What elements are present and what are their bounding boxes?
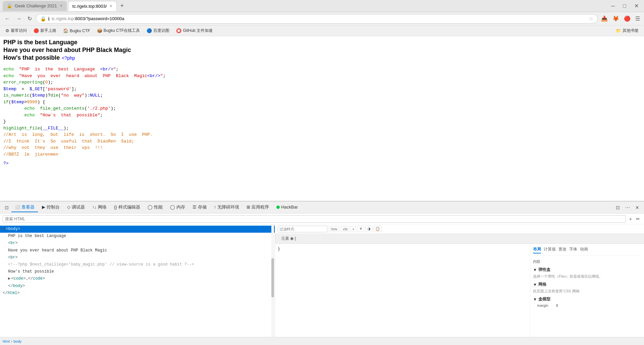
devtools-tab-performance[interactable]: ◯ 性能 [144, 203, 166, 212]
code-end-tag: code [33, 276, 43, 282]
devtools-main-split: ▼ < body > PHP is the best Language < [0, 224, 644, 337]
tab1-close[interactable]: ✕ [60, 4, 63, 8]
filter-screenshot-button[interactable]: 📋 [374, 226, 382, 232]
browser-window: 🔒 Geek Challenge 2021 ✕ tc.rigelx.top:80… [0, 0, 644, 345]
devtools-search-bar: + ✏ [0, 214, 644, 224]
devtools-tab-console[interactable]: ▶ 控制台 [39, 203, 63, 212]
devtools-tab-storage[interactable]: ☰ 存储 [189, 203, 210, 212]
semi-2: ; [163, 73, 166, 79]
bookmark-bugku-tools[interactable]: 📦 Bugku CTF在线工具 [94, 27, 143, 35]
devtools-more-button[interactable]: ⋯ [623, 204, 632, 212]
tab2-close[interactable]: ✕ [109, 4, 112, 8]
info-icon: ℹ [48, 16, 50, 21]
menu-button[interactable]: ☰ [634, 14, 641, 23]
filter-color-button[interactable]: ☀ [358, 226, 364, 232]
filter-contrast-button[interactable]: ◑ [366, 226, 372, 232]
tree-scrollbar-track[interactable] [271, 224, 274, 337]
tree-row-text3[interactable]: How's that possible [0, 268, 275, 275]
tree-scrollbar-thumb[interactable] [271, 258, 274, 298]
forward-button[interactable]: → [14, 14, 23, 23]
flexbox-title[interactable]: ▼ 弹性盒 [533, 267, 641, 273]
breadcrumb-body[interactable]: body [13, 339, 21, 343]
tree-row-code[interactable]: ▶ < code > … </ code > [0, 275, 275, 282]
firefox-account-button[interactable]: 🦊 [611, 14, 621, 23]
str-2b: " [160, 73, 163, 79]
devtools-close-button[interactable]: ✕ [633, 204, 641, 212]
inline-label: 内联 [533, 259, 641, 264]
bookmark-label-baidu: 百度识图 [153, 28, 169, 34]
refresh-button[interactable]: ↻ [25, 14, 34, 23]
tree-row-br1[interactable]: < br > [0, 240, 275, 247]
box-tab-fonts[interactable]: 字体 [569, 246, 577, 253]
debugger-label: 调试器 [72, 204, 85, 210]
filter-cls-button[interactable]: .cls [340, 226, 350, 232]
bookmark-star-button[interactable]: ☆ [589, 15, 593, 22]
bookmark-github-speed[interactable]: ⭕ GitHub 文件加速 [173, 27, 215, 35]
filter-styles-input[interactable] [278, 226, 327, 232]
devtools-add-node-button[interactable]: + [628, 216, 633, 222]
tree-row-text2[interactable]: Have you ever heard about PHP Black Magi… [0, 247, 275, 254]
extensions-button[interactable]: 🔴 [623, 14, 632, 23]
tree-toggle-body[interactable]: ▼ [3, 226, 5, 232]
pocket-button[interactable]: 📥 [600, 14, 609, 23]
devtools-right-controls: ⊡ ⋯ ✕ [614, 204, 641, 212]
box-tab-computed[interactable]: 计算值 [544, 246, 556, 253]
box-model-label: 盒模型 [538, 296, 550, 302]
hackbar-label: HackBar [281, 205, 298, 210]
back-button[interactable]: ← [3, 14, 12, 23]
maximize-button[interactable]: □ [620, 2, 629, 10]
code-line-13: //why not they use their vps !!! [3, 145, 641, 151]
close-button[interactable]: ✕ [632, 2, 641, 10]
bookmark-xinshou[interactable]: 🔴 新手上路 [31, 27, 59, 35]
space-7 [35, 105, 40, 112]
comment-2: //I think It`s So useful that DiaoRen Sa… [3, 138, 134, 145]
box-tab-layout[interactable]: 布局 [533, 246, 541, 253]
grid-title[interactable]: ▼ 网格 [533, 282, 641, 287]
tab-rigelx[interactable]: tc.rigelx.top:8003/ ✕ [68, 1, 117, 11]
bookmark-bugku-ctf[interactable]: 🏠 Bugku CTF [60, 27, 93, 34]
devtools-undock-button[interactable]: ⊡ [614, 204, 622, 212]
box-model-title[interactable]: ▼ 盒模型 [533, 296, 641, 302]
tree-row-text1[interactable]: PHP is the best Language [0, 233, 275, 240]
tab-geek-challenge[interactable]: 🔒 Geek Challenge 2021 ✕ [3, 1, 67, 11]
code-line-3: error_reporting ( 0 ); [3, 79, 641, 86]
devtools-status-bar: html › body [0, 337, 644, 345]
filter-hov-button[interactable]: :hov [329, 226, 339, 232]
box-tab-animations[interactable]: 动画 [580, 246, 588, 253]
devtools-tab-style-editor[interactable]: {} 样式编辑器 [111, 203, 144, 212]
devtools-tab-hackbar[interactable]: HackBar [273, 203, 301, 212]
tree-row-body-close[interactable]: </ body > [0, 283, 275, 290]
code-close-punct: > [23, 276, 25, 282]
flexbox-section: ▼ 弹性盒 选择一个弹性（Flex）容器或项目以继续。 [533, 267, 641, 279]
network-icon: ↑↓ [92, 205, 97, 210]
devtools-tab-application[interactable]: ⊞ 应用程序 [243, 203, 272, 212]
tree-toggle-code[interactable]: ▶ [8, 276, 10, 282]
filter-add-rule-button[interactable]: + [351, 226, 356, 232]
minimize-button[interactable]: ─ [608, 2, 618, 10]
tree-row-comment[interactable]: <!--?php $next_challlege='baby_magic.php… [0, 261, 275, 268]
tree-row-body[interactable]: ▼ < body > [0, 226, 275, 233]
filter-bar: :hov .cls + ☀ ◑ 📋 [275, 224, 644, 234]
inspector-label: 查看器 [21, 204, 35, 210]
devtools-pick-element[interactable]: ⊡ [3, 204, 11, 212]
page-heading2: Have you ever heard about PHP Black Magi… [3, 47, 641, 54]
devtools-tab-memory[interactable]: ◯ 内存 [167, 203, 189, 212]
devtools-pick-node-button[interactable]: ✏ [635, 216, 641, 222]
bookmark-zuichang[interactable]: ⚙ 最常访问 [3, 27, 30, 35]
bookmark-baidu-img[interactable]: 🔵 百度识图 [144, 27, 172, 35]
kw-null: NULL [90, 92, 100, 99]
devtools-tab-accessibility[interactable]: ↑ 无障碍环境 [211, 203, 243, 212]
devtools-tab-network[interactable]: ↑↓ 网络 [89, 203, 110, 212]
devtools-tab-debugger[interactable]: ◇ 调试器 [64, 203, 88, 212]
url-bar[interactable]: 🔒 ℹ tc.rigelx.top:8003/?password=10000a … [36, 14, 598, 23]
url-text: tc.rigelx.top:8003/?password=10000a [52, 16, 587, 21]
new-tab-button[interactable]: + [118, 2, 126, 9]
devtools-tab-inspector[interactable]: ⬜ 查看器 [11, 203, 38, 212]
tree-row-br2[interactable]: < br > [0, 254, 275, 261]
str-2php: './2.php' [87, 105, 111, 112]
box-tab-changes[interactable]: 更改 [558, 246, 567, 253]
breadcrumb-html[interactable]: html [3, 339, 10, 343]
devtools-search-input[interactable] [3, 215, 626, 223]
bookmark-others[interactable]: 📁 其他书签 [613, 27, 641, 35]
tree-row-html-close[interactable]: </ html > [0, 290, 275, 297]
